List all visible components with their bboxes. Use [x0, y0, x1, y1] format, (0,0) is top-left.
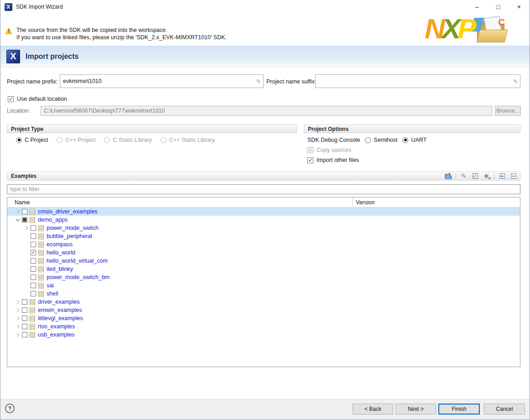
- tree-row[interactable]: usb_examples: [7, 331, 520, 339]
- tree-arrow-placeholder: [22, 232, 31, 240]
- radio-c-project[interactable]: C Project: [16, 137, 48, 143]
- tree-row[interactable]: sai: [7, 281, 520, 290]
- tree-row[interactable]: rtos_examples: [7, 322, 520, 331]
- examples-table-header: Name Version: [7, 197, 520, 207]
- tree-item-checkbox[interactable]: [31, 291, 36, 296]
- select-all-icon[interactable]: ✓: [471, 172, 479, 180]
- tree-arrow-placeholder: [22, 240, 31, 249]
- tree-item-label[interactable]: power_mode_switch: [47, 225, 99, 231]
- tree-item-checkbox[interactable]: [22, 209, 27, 214]
- tree-item-checkbox[interactable]: [31, 233, 36, 239]
- prefix-input[interactable]: [60, 75, 254, 88]
- tree-item-checkbox[interactable]: [31, 266, 36, 272]
- tree-item-checkbox[interactable]: [31, 225, 36, 231]
- radio-semihost[interactable]: Semihost: [365, 137, 397, 143]
- collapse-arrow-icon[interactable]: [14, 216, 22, 224]
- tree-item-label[interactable]: power_mode_switch_bm: [47, 274, 109, 280]
- clear-selection-icon[interactable]: ✎: [460, 172, 468, 180]
- expand-all-icon[interactable]: +: [498, 172, 506, 180]
- tree-row[interactable]: ecompass: [7, 240, 520, 249]
- next-button[interactable]: Next >: [395, 404, 436, 415]
- suffix-input[interactable]: [316, 75, 511, 88]
- toolbar-separator: [494, 173, 494, 179]
- import-other-files-checkbox[interactable]: ✓: [307, 157, 313, 163]
- tree-item-checkbox[interactable]: [31, 283, 36, 288]
- tree-row[interactable]: littlevgl_examples: [7, 314, 520, 322]
- example-category-icon: [30, 332, 35, 338]
- tree-item-checkbox[interactable]: [22, 299, 27, 305]
- tree-item-label[interactable]: driver_examples: [38, 299, 80, 305]
- deselect-all-icon[interactable]: ✱ ×: [483, 172, 490, 180]
- tree-item-checkbox[interactable]: [22, 324, 27, 329]
- tree-item-checkbox[interactable]: [22, 316, 27, 321]
- close-button[interactable]: ×: [509, 0, 530, 14]
- banner-title: Import projects: [26, 52, 78, 61]
- tree-item-label[interactable]: bubble_peripheral: [47, 233, 92, 239]
- tree-row[interactable]: hello_world_virtual_com: [7, 257, 520, 265]
- clear-prefix-icon[interactable]: ✎: [254, 78, 263, 85]
- tree-item-checkbox[interactable]: [31, 258, 36, 264]
- expand-arrow-icon[interactable]: [14, 207, 22, 216]
- tree-item-checkbox[interactable]: [22, 217, 27, 223]
- expand-arrow-icon[interactable]: [14, 331, 22, 339]
- tree-item-label[interactable]: usb_examples: [38, 332, 75, 338]
- import-other-files-label[interactable]: Import other files: [317, 157, 359, 163]
- maximize-button[interactable]: □: [488, 0, 509, 14]
- expand-arrow-icon[interactable]: [22, 224, 31, 232]
- tree-item-label[interactable]: demo_apps: [38, 217, 68, 223]
- tree-row[interactable]: driver_examples: [7, 298, 520, 306]
- tree-row[interactable]: bubble_peripheral: [7, 232, 520, 240]
- tree-item-label[interactable]: rtos_examples: [38, 323, 75, 330]
- tree-item-label[interactable]: hello_world: [47, 249, 75, 256]
- example-category-icon: [30, 316, 35, 321]
- cancel-button[interactable]: Cancel: [484, 404, 525, 415]
- expand-arrow-icon[interactable]: [14, 314, 22, 322]
- import-sdk-examples-icon[interactable]: [444, 172, 452, 180]
- minimize-button[interactable]: –: [467, 0, 488, 14]
- examples-toolbar: ✎ ✓ ✱ × + −: [444, 172, 517, 180]
- tree-item-label[interactable]: hello_world_virtual_com: [47, 258, 108, 264]
- banner-app-icon: X: [6, 50, 20, 63]
- expand-arrow-icon[interactable]: [14, 298, 22, 306]
- example-category-icon: [30, 217, 35, 223]
- tree-row[interactable]: shell: [7, 290, 520, 298]
- back-button[interactable]: < Back: [353, 404, 393, 415]
- tree-item-label[interactable]: emwin_examples: [38, 307, 82, 313]
- tree-item-checkbox[interactable]: ✓: [31, 250, 36, 255]
- tree-item-checkbox[interactable]: [22, 332, 27, 337]
- expand-arrow-icon[interactable]: [14, 322, 22, 331]
- use-default-location-checkbox[interactable]: ✓: [8, 96, 14, 102]
- column-header-name[interactable]: Name: [7, 199, 30, 206]
- tree-row[interactable]: cmsis_driver_examples: [7, 207, 520, 216]
- warning-message: ! The source from the SDK will be copied…: [5, 26, 227, 41]
- tree-row[interactable]: demo_apps: [7, 216, 520, 224]
- sdk-debug-console-row: SDK Debug Console Semihost UART: [307, 137, 426, 143]
- help-icon: ?: [8, 405, 11, 412]
- tree-row[interactable]: power_mode_switch_bm: [7, 273, 520, 281]
- tree-row[interactable]: ✓hello_world: [7, 249, 520, 257]
- tree-item-label[interactable]: iled_blinky: [47, 266, 73, 272]
- tree-item-checkbox[interactable]: [31, 275, 36, 280]
- finish-button[interactable]: Finish: [438, 404, 480, 415]
- tree-item-label[interactable]: sai: [47, 282, 54, 289]
- tree-item-label[interactable]: ecompass: [47, 241, 73, 248]
- tree-item-label[interactable]: shell: [47, 290, 58, 297]
- tree-row[interactable]: power_mode_switch: [7, 224, 520, 232]
- tree-item-label[interactable]: cmsis_driver_examples: [38, 208, 98, 215]
- tree-item-label[interactable]: littlevgl_examples: [38, 315, 83, 321]
- column-header-version[interactable]: Version: [356, 199, 375, 206]
- minus-box-icon: −: [511, 173, 516, 179]
- examples-filter-input[interactable]: [7, 184, 520, 194]
- column-divider[interactable]: [352, 197, 353, 207]
- tree-item-checkbox[interactable]: [31, 242, 36, 247]
- help-button[interactable]: ?: [5, 404, 15, 413]
- tree-item-checkbox[interactable]: [22, 307, 27, 313]
- use-default-location-label[interactable]: Use default location: [17, 96, 67, 102]
- tree-row[interactable]: iled_blinky: [7, 265, 520, 273]
- collapse-all-icon[interactable]: −: [509, 172, 517, 180]
- expand-arrow-icon[interactable]: [14, 306, 22, 314]
- tree-row[interactable]: emwin_examples: [7, 306, 520, 314]
- prefix-label: Project name prefix:: [7, 78, 57, 85]
- clear-suffix-icon[interactable]: ✎: [511, 78, 520, 85]
- radio-uart[interactable]: UART: [402, 137, 426, 143]
